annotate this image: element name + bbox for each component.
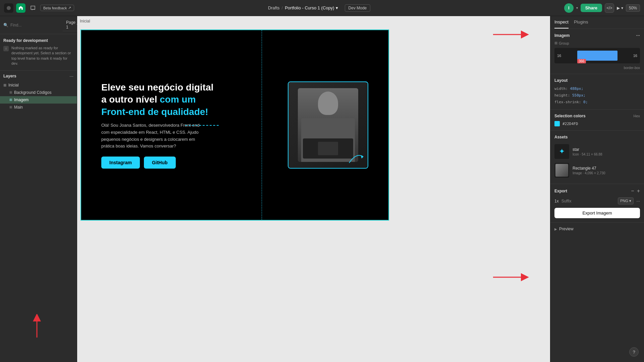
export-format-selector[interactable]: PNG ▾ <box>618 197 634 204</box>
home-icon[interactable] <box>16 3 25 13</box>
asset-info-star: star Icon · 54.11 × 66.88 <box>573 147 640 156</box>
colors-section: Selection colors Hex #22D4FD <box>550 110 644 131</box>
colors-title: Selection colors <box>554 114 586 118</box>
topbar-center: Drafts / Portfolio - Curso 1 (Copy) ▾ De… <box>77 4 561 12</box>
tab-inspect[interactable]: Inspect <box>554 16 569 28</box>
layout-width: width: 488px; <box>554 85 640 92</box>
layer-item-imagem[interactable]: ⊞ Imagem <box>0 96 77 104</box>
share-button[interactable]: Share <box>581 4 602 12</box>
canvas-area: Inicial Eleve seu negócio digital a outr… <box>77 16 550 362</box>
breadcrumb-drafts[interactable]: Drafts <box>268 5 280 10</box>
grid-icon-bg: ⊞ <box>9 90 12 94</box>
export-more-button[interactable]: ··· <box>636 198 640 203</box>
left-panel: 🔍 Page 1 ▾ Ready for development i Nothi… <box>0 16 77 362</box>
svg-point-0 <box>7 6 11 10</box>
color-swatch <box>554 121 560 126</box>
tab-plugins[interactable]: Plugins <box>574 16 588 28</box>
zoom-selector[interactable]: 50% <box>626 4 640 12</box>
breadcrumb-separator: / <box>282 5 283 10</box>
grid-icon-group: ⊞ <box>554 41 557 45</box>
asset-thumb-rect <box>554 163 569 178</box>
chevron-down-icon-play: ▾ <box>621 6 623 10</box>
asset-item-rect: Rectangle 47 Image · 4,096 × 2,730 <box>554 161 640 180</box>
layout-section: Layout width: 488px; height: 550px; flex… <box>550 74 644 110</box>
asset-meta-rect: Image · 4,096 × 2,730 <box>573 171 640 175</box>
chevron-down-icon-format: ▾ <box>629 199 631 203</box>
topbar-right: I ▾ Share </> ▶ ▾ 50% <box>564 3 640 13</box>
spacing-right: 16 <box>633 54 637 58</box>
star-decoration: ✦ <box>365 81 368 88</box>
color-row: Selection colors Hex <box>554 114 640 118</box>
export-suffix: Suffix <box>561 199 615 203</box>
code-button[interactable]: </> <box>605 3 614 13</box>
figma-logo[interactable] <box>4 3 13 13</box>
search-input[interactable] <box>10 23 61 27</box>
imagem-section-title: Imagem ··· <box>554 33 640 38</box>
export-add-remove: − + <box>631 188 640 194</box>
layers-header: Layers ··· <box>0 71 77 81</box>
grid-icon: ▦ <box>3 83 6 87</box>
export-button[interactable]: Export Imagem <box>554 208 640 218</box>
beta-feedback-button[interactable]: Beta feedback ↗ <box>40 5 74 11</box>
layout-properties: width: 488px; height: 550px; flex-shrink… <box>554 85 640 105</box>
annotation-arrow-inspect <box>490 26 530 44</box>
color-item: #22D4FD <box>554 121 640 126</box>
canvas-frame: Eleve seu negócio digital a outro nível … <box>80 29 389 221</box>
hero-body-text: Olá! Sou Joana Santos, desenvolvedora Fr… <box>101 122 209 150</box>
asset-name-star: star <box>573 147 640 152</box>
assets-section-title: Assets <box>554 135 640 139</box>
hex-label[interactable]: Hex <box>633 114 640 118</box>
hero-image: ✦ <box>288 81 368 169</box>
layers-section: Layers ··· ▦ Inicial ⊞ Background Código… <box>0 71 77 334</box>
layers-more-button[interactable]: ··· <box>69 73 73 79</box>
info-icon: i <box>3 46 9 51</box>
asset-meta-star: Icon · 54.11 × 66.88 <box>573 153 640 156</box>
export-section: Export − + 1x Suffix PNG ▾ ··· Export Im… <box>550 184 644 223</box>
layer-item-inicial[interactable]: ▦ Inicial <box>0 81 77 89</box>
plus-button[interactable]: + <box>637 188 640 194</box>
instagram-button[interactable]: Instagram <box>101 157 140 169</box>
dev-mode-button[interactable]: Dev Mode <box>345 4 371 12</box>
help-area: ? <box>550 235 644 241</box>
preview-header[interactable]: ▶ Preview <box>554 227 640 231</box>
export-controls: 1x Suffix PNG ▾ ··· <box>554 197 640 204</box>
help-button[interactable]: ? <box>629 347 639 357</box>
ready-dev-text: Nothing marked as ready for development … <box>11 46 73 66</box>
play-button[interactable]: ▶ ▾ <box>617 6 623 10</box>
layers-title: Layers <box>3 74 16 78</box>
right-tabs: Inspect Plugins <box>550 16 644 29</box>
canvas-frame-label: Inicial <box>80 19 90 23</box>
layout-section-title: Layout <box>554 78 640 83</box>
spacing-badge: 366 <box>577 59 586 63</box>
play-icon: ▶ <box>617 6 620 10</box>
breadcrumb: Drafts / Portfolio - Curso 1 (Copy) ▾ <box>268 5 338 10</box>
layer-item-background[interactable]: ⊞ Background Códigos <box>0 89 77 96</box>
avatar[interactable]: I <box>564 3 574 13</box>
assets-section: Assets ✦ star Icon · 54.11 × 66.88 Recta… <box>550 131 644 184</box>
breadcrumb-project[interactable]: Portfolio - Curso 1 (Copy) ▾ <box>285 5 338 10</box>
minus-button[interactable]: − <box>631 188 634 194</box>
export-header: Export − + <box>554 188 640 194</box>
main-layout: 🔍 Page 1 ▾ Ready for development i Nothi… <box>0 16 644 362</box>
annotation-arrow-export <box>490 269 530 287</box>
layout-flex-shrink: flex-shrink: 0; <box>554 99 640 106</box>
chevron-down-icon-avatar[interactable]: ▾ <box>576 6 578 10</box>
ready-dev-section: Ready for development i Nothing marked a… <box>0 34 77 71</box>
external-link-icon: ↗ <box>68 6 71 10</box>
imagem-more-button[interactable]: ··· <box>636 33 640 38</box>
grid-icon-img: ⊞ <box>9 98 12 102</box>
code-grid <box>318 142 338 155</box>
grid-icon-main: ⊞ <box>9 105 12 109</box>
spacing-left: 16 <box>557 54 561 58</box>
right-panel: Inspect Plugins Imagem ··· ⊞ Group 16 36… <box>550 16 644 362</box>
layer-item-main[interactable]: ⊞ Main <box>0 104 77 111</box>
chevron-down-icon: ▾ <box>336 5 338 10</box>
hero-heading: Eleve seu negócio digital a outro nível … <box>101 81 278 118</box>
preview-section: ▶ Preview <box>550 223 644 235</box>
curve-arrow-decoration <box>347 151 364 165</box>
preview-label: Preview <box>559 227 574 231</box>
border-box-label: border-box <box>554 66 640 70</box>
mini-image <box>555 164 568 177</box>
github-button[interactable]: GitHub <box>144 157 176 169</box>
chat-icon[interactable] <box>28 3 38 13</box>
